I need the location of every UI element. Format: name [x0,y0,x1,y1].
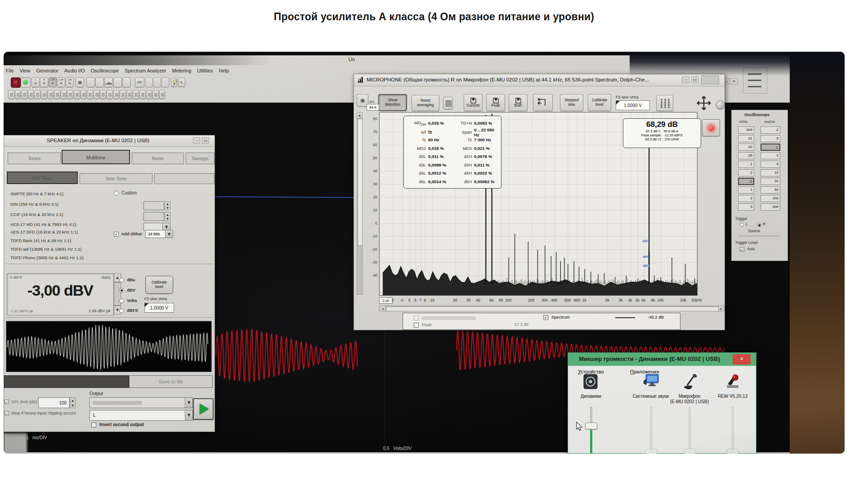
toolbar-button[interactable] [86,77,95,87]
chevron-down-icon[interactable]: ▼ [185,410,192,420]
system-sounds-icon[interactable] [642,374,660,392]
preset-button[interactable] [133,90,139,99]
imd-preset-item[interactable]: CCIF (19 kHz & 20 kHz 1:1) [10,212,63,217]
preset-button[interactable] [126,90,133,99]
pointer-button[interactable]: ↖ [178,78,185,87]
input-select-LR-button[interactable]: L RIN [49,77,57,87]
custom-radio[interactable] [114,191,119,196]
pane-button[interactable] [443,97,453,109]
imd-preset-item[interactable]: TDFD Bass (41 Hz & 89 Hz 1:1) [10,238,71,243]
preset-button[interactable] [61,90,67,99]
save-peak-button[interactable]: Peak [486,94,505,111]
preset-button[interactable] [34,90,40,99]
chevron-down-icon[interactable]: ▼ [165,230,173,238]
minimize-button[interactable]: – [682,76,689,83]
maximize-button[interactable]: ▭ [691,76,698,83]
vdiv-option[interactable]: 5 [738,203,754,211]
input-select-LR-button[interactable]: L+RIN [57,77,65,87]
chevron-down-icon[interactable]: ▼ [162,223,170,230]
spinner-up-down[interactable]: ▲▼ [165,201,170,210]
menu-audio-i-o[interactable]: Audio I/O [64,68,85,73]
output-device-dropdown[interactable]: ▼ [89,397,193,408]
vdiv-option[interactable]: .1 [738,161,754,168]
preset-button[interactable] [139,90,146,99]
menu-help[interactable]: Help [219,68,229,73]
record-enable-button[interactable] [11,77,21,88]
output-channel-dropdown[interactable]: L ▼ [89,410,193,421]
imd-preset-item[interactable]: AES-17 DFD (18 kHz & 20 kHz 1:1) [10,230,78,234]
vdiv-option[interactable]: 2 [738,195,754,202]
scroll-up-arrow[interactable]: ▲ [357,112,362,118]
level-grid-button[interactable]: ▦ [76,77,84,87]
scroll-right-arrow[interactable]: ► [718,306,724,311]
volume-slider-handle[interactable] [684,449,695,454]
mixer-titlebar[interactable]: Микшер громкости - Динамики (E-MU 0202 |… [568,353,756,366]
save-current-button[interactable]: Current [464,94,483,111]
tab-noise[interactable]: Noise [132,153,184,164]
toolbar-button[interactable] [161,77,169,87]
dither-bits-dropdown[interactable]: 24 bits ▼ [145,230,173,238]
trigger-left-radio[interactable] [740,223,744,227]
stop-clipping-checkbox[interactable]: ✓ [4,411,9,415]
record-button[interactable] [702,119,720,136]
unit-radio-dbv[interactable] [119,288,124,293]
ratio-spinner-1[interactable] [143,201,164,210]
toolbar-button[interactable] [113,77,122,87]
ratio-spinner-2[interactable] [143,212,164,221]
tab-sweeps[interactable]: Sweeps [186,153,215,164]
vdiv-option[interactable]: .2 [738,169,754,176]
close-button[interactable] [701,76,719,84]
preset-button[interactable] [8,90,14,99]
volume-slider-handle[interactable] [645,449,657,454]
imd-preset-item[interactable]: SMPTE (60 Hz & 7 kHz 4:1) [10,191,63,196]
msdiv-option[interactable]: 5 [761,161,780,168]
spinner-up-down[interactable]: ▲▼ [165,212,170,221]
rew-icon[interactable] [724,374,742,392]
monitor-enable-button[interactable] [21,77,31,88]
spl-spinner[interactable]: ▲▼ [70,397,76,408]
millivolt-button[interactable]: mV [135,77,144,87]
preset-button[interactable] [94,90,100,99]
unit-radio-dbu[interactable] [119,278,124,283]
msdiv-option[interactable]: .2 [761,126,780,134]
preset-button[interactable] [54,90,60,99]
input-select-LR-button[interactable]: L-RIN [66,77,74,87]
pan-arrows-icon[interactable] [696,95,712,111]
meter-display-button[interactable] [656,95,673,111]
msdiv-option[interactable]: 50 [761,186,780,194]
vdiv-option[interactable]: .5 [738,178,754,185]
volume-slider-track[interactable] [689,407,691,454]
subtab-sine-tone[interactable]: Sine Tone [80,173,152,184]
volume-slider-track[interactable] [650,407,652,454]
preset-button[interactable] [21,90,27,99]
menu-metering[interactable]: Metering [172,68,191,73]
play-progress-strip[interactable] [4,375,129,388]
preset-button[interactable] [28,90,34,99]
subtab-imd-tests[interactable]: IMD Tests [7,171,78,184]
disabled-trace-checkbox[interactable] [414,315,419,320]
msdiv-option[interactable]: 200 [761,203,780,211]
volume-slider-handle[interactable] [727,449,738,454]
peak-checkbox[interactable] [414,323,419,328]
minimize-button[interactable]: – [193,137,200,144]
unit-radio-dbfs[interactable] [119,308,124,313]
msdiv-option[interactable]: 20 [761,178,780,185]
scroll-thumb[interactable] [358,119,362,246]
fs-sine-input[interactable] [616,100,650,110]
vdiv-option[interactable]: .05 [738,152,754,159]
menu-generator[interactable]: Generator [36,68,58,73]
preset-button[interactable] [67,90,73,99]
close-button[interactable]: ✕ [733,354,751,364]
maximize-button[interactable]: ▭ [202,137,209,144]
calibrate-level-button[interactable]: Calibrate level [588,94,611,111]
menu-oscilloscope[interactable]: Oscilloscope [91,68,119,73]
menu-file[interactable]: File [6,68,14,73]
plot-vscrollbar[interactable]: ▲ [357,112,362,295]
vdiv-option[interactable]: .005 [738,126,754,134]
volume-slider-track[interactable] [732,407,734,454]
spl-limit-input[interactable] [38,397,70,408]
spectrum-checkbox[interactable]: ✓ [543,315,548,320]
toolbar-button[interactable]: ▂▅▃ [104,77,113,87]
toolbar-button[interactable] [95,77,104,87]
trigger-right-radio[interactable] [757,223,761,227]
